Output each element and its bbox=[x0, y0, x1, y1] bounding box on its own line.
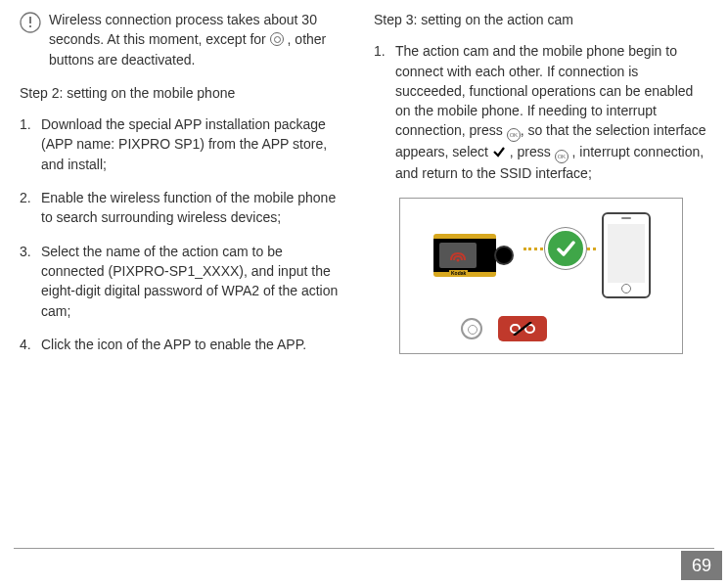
disconnect-icon bbox=[498, 316, 547, 341]
list-item: 4.Click the icon of the APP to enable th… bbox=[20, 335, 344, 354]
svg-rect-1 bbox=[29, 17, 31, 23]
connection-illustration: Kodak bbox=[399, 198, 683, 354]
phone-illustration bbox=[602, 212, 651, 298]
list-item: 2.Enable the wireless function of the mo… bbox=[20, 188, 344, 228]
step2-heading: Step 2: setting on the mobile phone bbox=[10, 83, 344, 103]
record-button-illustration bbox=[461, 318, 482, 339]
step3-list: 1. The action cam and the mobile phone b… bbox=[374, 41, 708, 183]
footer-divider bbox=[14, 548, 714, 549]
ok-button-icon bbox=[555, 150, 569, 163]
list-item: 1.Download the special APP installation … bbox=[20, 114, 344, 174]
left-column: Wireless connection process takes about … bbox=[10, 10, 344, 368]
action-cam-illustration: Kodak bbox=[428, 226, 516, 283]
step3-heading: Step 3: setting on the action cam bbox=[374, 10, 708, 29]
svg-point-3 bbox=[457, 258, 460, 261]
record-button-icon bbox=[270, 32, 284, 46]
camera-brand: Kodak bbox=[449, 270, 468, 277]
step2-list: 1.Download the special APP installation … bbox=[10, 114, 344, 354]
success-check-icon bbox=[545, 228, 586, 269]
warning-note: Wireless connection process takes about … bbox=[10, 10, 344, 69]
warning-icon bbox=[20, 12, 41, 33]
list-item: 3.Select the name of the action cam to b… bbox=[20, 242, 344, 321]
ok-button-icon bbox=[507, 128, 521, 142]
check-icon bbox=[492, 145, 506, 158]
svg-rect-2 bbox=[29, 25, 31, 27]
right-column: Step 3: setting on the action cam 1. The… bbox=[374, 10, 708, 368]
list-item: 1. The action cam and the mobile phone b… bbox=[374, 41, 708, 183]
warning-text: Wireless connection process takes about … bbox=[49, 10, 344, 69]
page-number: 69 bbox=[681, 551, 722, 580]
